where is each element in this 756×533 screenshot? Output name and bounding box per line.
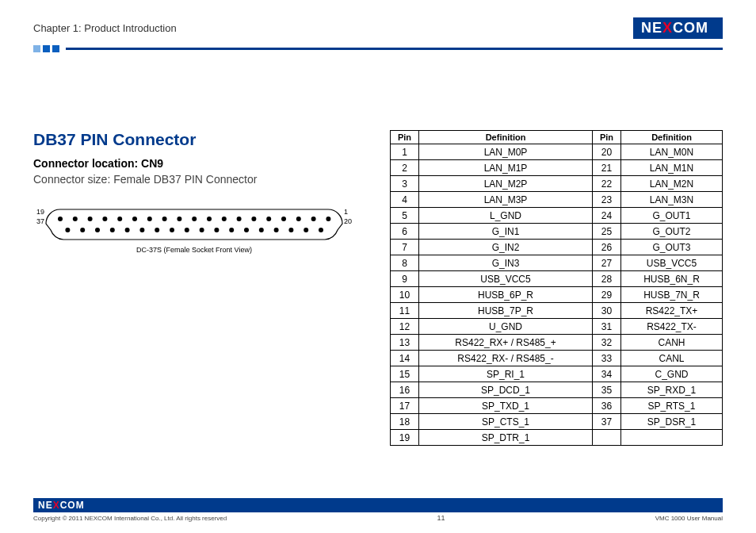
def-cell: SP_RTS_1 xyxy=(621,398,723,414)
th-def-left: Definition xyxy=(419,131,593,144)
def-cell: LAN_M3P xyxy=(419,192,593,208)
def-cell: LAN_M2N xyxy=(621,176,723,192)
pin-cell: 12 xyxy=(391,319,419,335)
table-row: 7G_IN226G_OUT3 xyxy=(391,240,723,255)
def-cell: RS422_TX+ xyxy=(621,303,723,319)
svg-point-27 xyxy=(185,228,189,232)
table-row: 14RS422_RX- / RS485_-33CANL xyxy=(391,351,723,366)
svg-point-36 xyxy=(319,228,323,232)
th-pin-left: Pin xyxy=(391,131,419,144)
table-row: 9USB_VCC528HUSB_6N_R xyxy=(391,271,723,287)
pin-cell: 26 xyxy=(593,240,621,255)
table-row: 10HUSB_6P_R29HUSB_7N_R xyxy=(391,287,723,303)
svg-point-26 xyxy=(170,228,174,232)
table-row: 1LAN_M0P20LAN_M0N xyxy=(391,144,723,160)
table-row: 2LAN_M1P21LAN_M1N xyxy=(391,160,723,176)
db37-socket-icon xyxy=(44,208,344,241)
svg-point-29 xyxy=(214,228,219,232)
svg-point-32 xyxy=(259,228,264,232)
def-cell: RS422_RX- / RS485_- xyxy=(419,351,593,366)
svg-point-10 xyxy=(207,217,212,221)
pin-cell: 36 xyxy=(593,398,621,414)
table-row: 4LAN_M3P23LAN_M3N xyxy=(391,192,723,208)
def-cell: CANL xyxy=(621,351,723,366)
pin-cell: 20 xyxy=(593,144,621,160)
pin-cell: 31 xyxy=(593,319,621,335)
svg-point-24 xyxy=(139,228,144,232)
svg-point-35 xyxy=(304,228,308,232)
th-def-right: Definition xyxy=(621,131,723,144)
pin-cell: 11 xyxy=(391,303,419,319)
svg-point-5 xyxy=(132,217,137,221)
def-cell xyxy=(621,430,723,446)
pin-cell: 5 xyxy=(391,208,419,224)
def-cell: USB_VCC5 xyxy=(621,255,723,271)
svg-point-3 xyxy=(102,217,107,221)
pin-cell: 8 xyxy=(391,255,419,271)
pin-cell: 25 xyxy=(593,224,621,240)
header-rule xyxy=(33,43,723,54)
svg-point-19 xyxy=(65,228,70,232)
svg-point-1 xyxy=(73,217,78,221)
pin-cell: 29 xyxy=(593,287,621,303)
table-row: 5L_GND24G_OUT1 xyxy=(391,208,723,224)
def-cell: LAN_M3N xyxy=(621,192,723,208)
svg-point-20 xyxy=(80,228,85,232)
pin-cell: 21 xyxy=(593,160,621,176)
svg-point-16 xyxy=(296,217,301,221)
pin-cell: 14 xyxy=(391,351,419,366)
def-cell: L_GND xyxy=(419,208,593,224)
svg-point-7 xyxy=(162,217,167,221)
pin-cell: 19 xyxy=(391,430,419,446)
connector-location: Connector location: CN9 xyxy=(33,157,355,170)
table-row: 15SP_RI_134C_GND xyxy=(391,366,723,382)
pin-cell: 9 xyxy=(391,271,419,287)
def-cell: SP_CTS_1 xyxy=(419,414,593,430)
pin-label-19: 19 xyxy=(33,208,44,216)
def-cell: HUSB_6P_R xyxy=(419,287,593,303)
svg-point-15 xyxy=(281,217,286,221)
pin-cell: 37 xyxy=(593,414,621,430)
diagram-caption: DC-37S (Female Socket Front View) xyxy=(33,246,355,254)
svg-point-25 xyxy=(155,228,159,232)
svg-point-21 xyxy=(95,228,100,232)
pin-cell: 1 xyxy=(391,144,419,160)
table-row: 11HUSB_7P_R30RS422_TX+ xyxy=(391,303,723,319)
pin-cell: 4 xyxy=(391,192,419,208)
svg-point-2 xyxy=(88,217,93,221)
section-heading: DB37 PIN Connector xyxy=(33,130,355,149)
svg-point-23 xyxy=(125,228,130,232)
def-cell: LAN_M1P xyxy=(419,160,593,176)
svg-point-9 xyxy=(192,217,197,221)
pin-cell: 15 xyxy=(391,366,419,382)
def-cell: SP_RI_1 xyxy=(419,366,593,382)
pin-cell: 3 xyxy=(391,176,419,192)
def-cell: G_IN1 xyxy=(419,224,593,240)
pin-cell: 27 xyxy=(593,255,621,271)
def-cell: G_IN2 xyxy=(419,240,593,255)
table-row: 3LAN_M2P22LAN_M2N xyxy=(391,176,723,192)
svg-point-14 xyxy=(266,217,271,221)
svg-point-33 xyxy=(274,228,279,232)
pin-cell: 16 xyxy=(391,382,419,398)
table-row: 19SP_DTR_1 xyxy=(391,430,723,446)
pin-cell: 18 xyxy=(391,414,419,430)
pin-cell: 6 xyxy=(391,224,419,240)
svg-point-0 xyxy=(58,217,63,221)
def-cell: LAN_M0P xyxy=(419,144,593,160)
svg-point-18 xyxy=(326,217,330,221)
logo-post: COM xyxy=(673,20,708,36)
pin-cell: 35 xyxy=(593,382,621,398)
chapter-title: Chapter 1: Product Introduction xyxy=(33,22,177,34)
copyright-text: Copyright © 2011 NEXCOM International Co… xyxy=(33,515,227,522)
svg-point-4 xyxy=(117,217,122,221)
def-cell: G_OUT2 xyxy=(621,224,723,240)
def-cell: HUSB_7N_R xyxy=(621,287,723,303)
brand-logo: NEXCOM xyxy=(633,17,723,39)
def-cell: LAN_M0N xyxy=(621,144,723,160)
pin-cell: 30 xyxy=(593,303,621,319)
pin-cell: 32 xyxy=(593,335,621,351)
svg-point-11 xyxy=(222,217,227,221)
pin-cell: 13 xyxy=(391,335,419,351)
pin-cell: 33 xyxy=(593,351,621,366)
